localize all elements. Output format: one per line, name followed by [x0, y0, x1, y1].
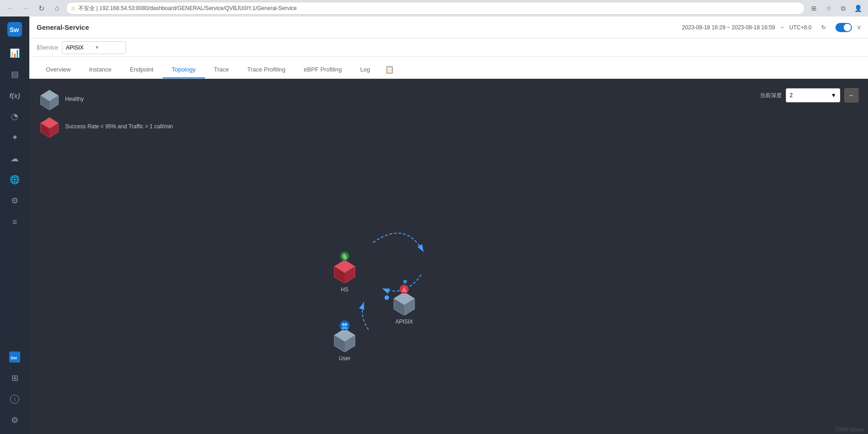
leaf-badge-icon — [340, 251, 350, 261]
nodes-icon: ✦ — [11, 132, 18, 143]
sidebar-item-layers[interactable]: ▤ — [5, 64, 25, 84]
sidebar-item-add-widget[interactable]: ⊞ — [5, 368, 25, 388]
depth-back-button[interactable]: ← — [844, 88, 859, 103]
separator: ~ — [780, 24, 784, 31]
svg-point-13 — [385, 296, 389, 300]
tab-endpoint[interactable]: Endpoint — [121, 61, 162, 78]
legend-healthy: Healthy — [38, 88, 173, 110]
svg-point-30 — [342, 323, 345, 326]
svg-point-31 — [345, 323, 347, 326]
sidebar-item-list[interactable]: ≡ — [5, 212, 25, 232]
toggle-label: V — [857, 25, 861, 30]
settings-icon: ⚙ — [11, 415, 18, 425]
sidebar-item-sw[interactable]: Sw — [5, 347, 25, 367]
sidebar-item-function[interactable]: f(x) — [5, 85, 25, 105]
sidebar-item-pie[interactable]: ◔ — [5, 106, 25, 126]
service-selected-value: APISIX — [66, 44, 93, 51]
browser-toolbar: ← → ↻ ⌂ ⚠ 不安全 | 192.168.54.53:8080/dashb… — [0, 0, 868, 16]
dropdown-arrow-icon: ▼ — [95, 45, 122, 50]
sidebar-item-dashboard[interactable]: 📊 — [5, 43, 25, 63]
depth-value: 2 — [790, 92, 793, 99]
legend: Healthy Success Rate < 95% and Traffic >… — [38, 88, 173, 137]
tab-ebpf-profiling[interactable]: eBPF Profiling — [295, 61, 351, 78]
sidebar-item-settings[interactable]: ⚙ — [5, 410, 25, 430]
legend-unhealthy-label: Success Rate < 95% and Traffic > 1 call/… — [65, 123, 173, 130]
apisix-badge-icon — [399, 284, 409, 294]
svg-text:Sw: Sw — [11, 355, 17, 360]
node-hs-label: HS — [341, 286, 349, 293]
address-bar[interactable]: ⚠ 不安全 | 192.168.54.53:8080/dashboard/GEN… — [66, 2, 805, 15]
security-icon: ⚠ — [71, 5, 76, 11]
browser-window: ← → ↻ ⌂ ⚠ 不安全 | 192.168.54.53:8080/dashb… — [0, 0, 868, 434]
node-hs-icon — [332, 258, 357, 285]
translate-button[interactable]: ⊞ — [808, 2, 820, 15]
list-icon: ≡ — [12, 217, 17, 227]
page-title: General-Service — [37, 23, 89, 31]
sidebar-item-nodes[interactable]: ✦ — [5, 127, 25, 148]
timezone: UTC+8.0 — [789, 24, 811, 31]
csdn-watermark: CSDN @bacu — [835, 427, 864, 432]
add-widget-icon: ⊞ — [11, 373, 18, 383]
layers-icon: ▤ — [11, 69, 19, 79]
url-text: 不安全 | 192.168.54.53:8080/dashboard/GENER… — [78, 5, 297, 12]
auto-refresh-toggle[interactable] — [835, 23, 852, 32]
hierarchy-icon: ⚙ — [11, 196, 18, 206]
info-icon: i — [10, 395, 19, 404]
tab-bar: Overview Instance Endpoint Topology Trac… — [29, 57, 868, 79]
profile-button[interactable]: 👤 — [852, 2, 864, 15]
node-apisix-icon — [391, 290, 417, 317]
depth-label: 当前深度 — [760, 92, 782, 99]
sidebar-item-hierarchy[interactable]: ⚙ — [5, 191, 25, 211]
dashboard-icon: 📊 — [10, 48, 20, 58]
node-user-icon — [332, 326, 357, 353]
node-user-label: User — [339, 355, 350, 362]
tab-topology[interactable]: Topology — [163, 61, 205, 78]
extensions-button[interactable]: ⧉ — [837, 2, 850, 15]
svg-point-15 — [403, 280, 407, 284]
function-icon: f(x) — [9, 92, 20, 99]
service-label: $Service — [37, 44, 58, 51]
legend-healthy-label: Healthy — [65, 96, 84, 102]
sidebar-item-cloud[interactable]: ☁ — [5, 148, 25, 169]
main-content: General-Service 2023-08-18 16:29 ~ 2023-… — [29, 16, 868, 434]
sw-icon: Sw — [9, 352, 20, 363]
sidebar-logo: Sw — [5, 20, 24, 38]
sidebar-item-globe[interactable]: 🌐 — [5, 170, 25, 190]
reload-button[interactable]: ↻ — [817, 21, 830, 34]
cloud-icon: ☁ — [11, 154, 19, 164]
depth-selector[interactable]: 2 ▼ — [786, 88, 841, 103]
home-button[interactable]: ⌂ — [50, 2, 63, 15]
tab-overview[interactable]: Overview — [37, 61, 80, 78]
globe-icon: 🌐 — [10, 175, 20, 185]
tab-copy-icon[interactable]: 📋 — [379, 60, 400, 78]
legend-unhealthy: Success Rate < 95% and Traffic > 1 call/… — [38, 115, 173, 137]
service-selector[interactable]: APISIX ▼ — [62, 41, 126, 54]
node-hs[interactable]: HS — [332, 258, 357, 293]
app-container: Sw 📊 ▤ f(x) ◔ ✦ ☁ 🌐 — [0, 16, 868, 434]
top-bar-right: 2023-08-18 16:29 ~ 2023-08-18 16:59 ~ UT… — [682, 21, 861, 34]
depth-dropdown-arrow: ▼ — [831, 92, 836, 99]
pie-icon: ◔ — [11, 111, 18, 121]
back-button[interactable]: ← — [4, 2, 16, 15]
tab-instance[interactable]: Instance — [80, 61, 121, 78]
topology-canvas: Healthy Success Rate < 95% and Traffic >… — [29, 79, 868, 434]
node-apisix[interactable]: APISIX — [391, 290, 417, 325]
browser-actions: ⊞ ☆ ⧉ 👤 — [808, 2, 864, 15]
healthy-cube-icon — [38, 88, 60, 110]
tab-trace-profiling[interactable]: Trace Profiling — [238, 61, 294, 78]
time-range: 2023-08-18 16:29 ~ 2023-08-18 16:59 — [682, 24, 775, 31]
forward-button[interactable]: → — [19, 2, 32, 15]
sidebar: Sw 📊 ▤ f(x) ◔ ✦ ☁ 🌐 — [0, 16, 29, 434]
svg-text:Sw: Sw — [10, 26, 19, 33]
unhealthy-cube-icon — [38, 115, 60, 137]
node-user[interactable]: User — [332, 326, 357, 362]
service-bar: $Service APISIX ▼ — [29, 38, 868, 57]
node-apisix-label: APISIX — [396, 319, 413, 325]
reload-button[interactable]: ↻ — [35, 2, 48, 15]
bookmark-button[interactable]: ☆ — [822, 2, 835, 15]
sidebar-item-info[interactable]: i — [5, 389, 25, 409]
user-badge-icon — [339, 320, 350, 331]
tab-trace[interactable]: Trace — [205, 61, 238, 78]
top-bar: General-Service 2023-08-18 16:29 ~ 2023-… — [29, 16, 868, 38]
tab-log[interactable]: Log — [351, 61, 379, 78]
